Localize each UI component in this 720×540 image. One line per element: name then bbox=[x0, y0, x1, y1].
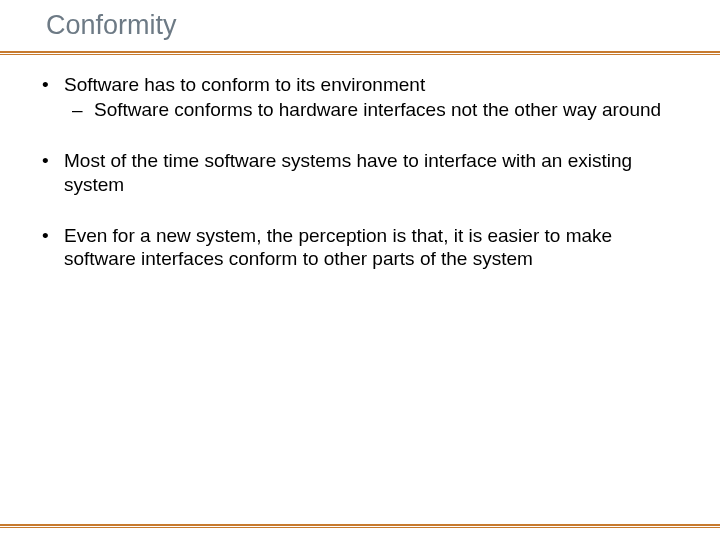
divider-bottom bbox=[0, 524, 720, 528]
bullet-item: Software has to conform to its environme… bbox=[34, 73, 680, 121]
sub-bullet-list: Software conforms to hardware interfaces… bbox=[64, 98, 680, 121]
slide-title: Conformity bbox=[46, 10, 720, 41]
bullet-text: Most of the time software systems have t… bbox=[64, 150, 632, 194]
sub-bullet-item: Software conforms to hardware interfaces… bbox=[64, 98, 680, 121]
bullet-text: Software has to conform to its environme… bbox=[64, 74, 425, 95]
slide: Conformity Software has to conform to it… bbox=[0, 0, 720, 540]
title-area: Conformity bbox=[0, 0, 720, 45]
sub-bullet-text: Software conforms to hardware interfaces… bbox=[94, 99, 661, 120]
bullet-item: Even for a new system, the perception is… bbox=[34, 224, 680, 270]
bullet-list: Software has to conform to its environme… bbox=[34, 73, 680, 270]
bullet-item: Most of the time software systems have t… bbox=[34, 149, 680, 195]
bullet-text: Even for a new system, the perception is… bbox=[64, 225, 612, 269]
content-area: Software has to conform to its environme… bbox=[0, 55, 720, 540]
